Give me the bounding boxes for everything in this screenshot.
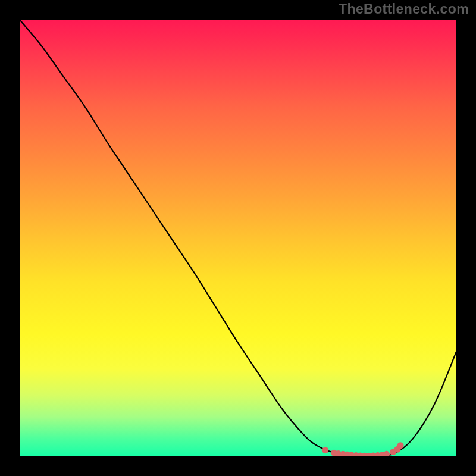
optimal-marker: [383, 451, 390, 456]
bottleneck-curve-path: [20, 20, 456, 456]
optimal-range-markers: [322, 442, 403, 456]
chart-frame: TheBottleneck.com: [0, 0, 476, 476]
optimal-marker: [397, 442, 404, 449]
optimal-marker: [322, 447, 328, 453]
plot-area: [20, 20, 456, 456]
watermark-label: TheBottleneck.com: [339, 1, 469, 17]
curve-layer: [20, 20, 456, 456]
